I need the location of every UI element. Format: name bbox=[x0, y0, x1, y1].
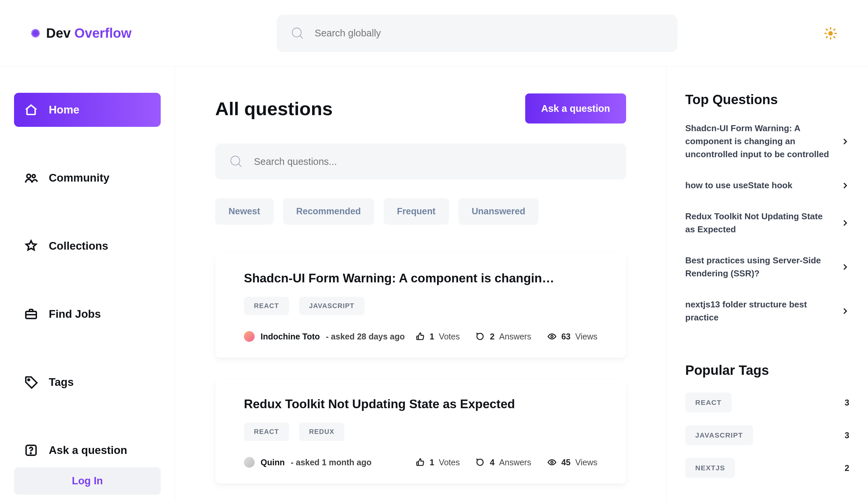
question-footer: Quinn - asked 1 month ago 1 Votes 4 Answ… bbox=[244, 457, 597, 468]
popular-tag-item[interactable]: NEXTJS2 bbox=[685, 458, 849, 478]
stat-label: Views bbox=[575, 458, 597, 467]
stat-votes: 1 Votes bbox=[416, 458, 460, 467]
top-question-item[interactable]: Redux Toolkit Not Updating State as Expe… bbox=[685, 210, 849, 236]
popular-tag-count: 2 bbox=[845, 463, 849, 473]
chat-icon bbox=[476, 458, 485, 467]
popular-tag-count: 3 bbox=[845, 398, 849, 408]
theme-toggle[interactable] bbox=[823, 25, 838, 42]
author-avatar[interactable] bbox=[244, 331, 255, 342]
stat-views: 63 Views bbox=[547, 332, 597, 341]
sidebar-item-community[interactable]: Community bbox=[14, 161, 161, 195]
popular-tag-item[interactable]: REACT3 bbox=[685, 393, 849, 412]
svg-point-12 bbox=[32, 174, 35, 178]
svg-line-8 bbox=[834, 37, 835, 38]
ask-question-button[interactable]: Ask a question bbox=[525, 93, 626, 124]
stat-number: 4 bbox=[490, 458, 494, 467]
stat-label: Votes bbox=[439, 458, 460, 467]
top-question-item[interactable]: Best practices using Server-Side Renderi… bbox=[685, 254, 849, 280]
questions-search-input[interactable] bbox=[254, 156, 613, 167]
svg-line-7 bbox=[826, 29, 827, 30]
asked-time: - asked 28 days ago bbox=[326, 332, 404, 341]
global-search-input[interactable] bbox=[315, 28, 664, 39]
stat-label: Answers bbox=[499, 458, 531, 467]
svg-point-18 bbox=[231, 156, 240, 165]
body: Home Community Collections Find Jobs Tag… bbox=[0, 67, 868, 500]
tag-icon bbox=[24, 375, 38, 389]
sidebar-item-collections[interactable]: Collections bbox=[14, 229, 161, 263]
question-tag[interactable]: REACT bbox=[244, 423, 289, 441]
author-name[interactable]: Quinn bbox=[260, 458, 285, 467]
sidebar-item-ask[interactable]: Ask a question bbox=[14, 433, 161, 467]
popular-tag-item[interactable]: JAVASCRIPT3 bbox=[685, 425, 849, 445]
question-footer: Indochine Toto - asked 28 days ago 1 Vot… bbox=[244, 331, 597, 342]
question-tag[interactable]: JAVASCRIPT bbox=[299, 297, 365, 315]
svg-line-10 bbox=[834, 29, 835, 30]
sidebar-item-label: Home bbox=[49, 103, 79, 116]
top-question-item[interactable]: Shadcn-UI Form Warning: A component is c… bbox=[685, 122, 849, 161]
svg-point-2 bbox=[828, 31, 833, 35]
stat-votes: 1 Votes bbox=[416, 332, 460, 341]
chevron-right-icon bbox=[841, 181, 849, 190]
sidebar-item-label: Ask a question bbox=[49, 444, 127, 457]
question-tag[interactable]: REACT bbox=[244, 297, 289, 315]
sidebar-item-label: Community bbox=[49, 172, 110, 184]
sidebar-item-tags[interactable]: Tags bbox=[14, 365, 161, 399]
sun-icon bbox=[824, 27, 837, 40]
question-tag[interactable]: REDUX bbox=[299, 423, 344, 441]
chevron-right-icon bbox=[841, 219, 849, 227]
filter-recommended[interactable]: Recommended bbox=[283, 198, 375, 225]
sidebar-item-label: Tags bbox=[49, 376, 74, 388]
question-tags: REACT JAVASCRIPT bbox=[244, 297, 597, 315]
top-question-item[interactable]: nextjs13 folder structure best practice bbox=[685, 298, 849, 324]
sidebar-auth: Log In Sign Up bbox=[14, 467, 161, 500]
question-card[interactable]: Shadcn-UI Form Warning: A component is c… bbox=[215, 253, 626, 358]
top-questions-list: Shadcn-UI Form Warning: A component is c… bbox=[685, 122, 849, 324]
svg-line-19 bbox=[238, 164, 242, 167]
right-sidebar: Top Questions Shadcn-UI Form Warning: A … bbox=[666, 67, 868, 500]
svg-point-17 bbox=[30, 453, 31, 454]
page-title: All questions bbox=[215, 98, 333, 120]
star-icon bbox=[24, 239, 38, 253]
brand-accent: Overflow bbox=[75, 26, 132, 41]
top-question-text: Redux Toolkit Not Updating State as Expe… bbox=[685, 210, 831, 236]
chevron-right-icon bbox=[841, 137, 849, 146]
stat-views: 45 Views bbox=[547, 458, 597, 467]
chat-icon bbox=[476, 332, 485, 341]
filter-unanswered[interactable]: Unanswered bbox=[458, 198, 539, 225]
eye-icon bbox=[547, 458, 557, 467]
filter-newest[interactable]: Newest bbox=[215, 198, 274, 225]
question-stats: 1 Votes 4 Answers 45 Views bbox=[416, 458, 597, 467]
main-header: All questions Ask a question bbox=[215, 93, 626, 124]
brand-logo[interactable]: ✺ Dev Overflow bbox=[31, 26, 132, 41]
logo-glyph-icon: ✺ bbox=[31, 27, 40, 40]
question-icon bbox=[24, 443, 38, 457]
question-list: Shadcn-UI Form Warning: A component is c… bbox=[215, 253, 626, 484]
chevron-right-icon bbox=[841, 263, 849, 271]
header: ✺ Dev Overflow bbox=[0, 0, 868, 67]
top-question-text: Shadcn-UI Form Warning: A component is c… bbox=[685, 122, 831, 161]
questions-search[interactable] bbox=[215, 144, 626, 180]
popular-tags-list: REACT3 JAVASCRIPT3 NEXTJS2 bbox=[685, 393, 849, 478]
sidebar-item-home[interactable]: Home bbox=[14, 93, 161, 127]
global-search[interactable] bbox=[277, 15, 678, 52]
stat-number: 1 bbox=[430, 458, 434, 467]
svg-point-11 bbox=[27, 174, 30, 178]
top-question-item[interactable]: how to use useState hook bbox=[685, 179, 849, 192]
stat-answers: 4 Answers bbox=[476, 458, 531, 467]
sidebar-item-jobs[interactable]: Find Jobs bbox=[14, 297, 161, 331]
question-card[interactable]: Redux Toolkit Not Updating State as Expe… bbox=[215, 379, 626, 484]
asked-time: - asked 1 month ago bbox=[291, 458, 371, 467]
stat-answers: 2 Answers bbox=[476, 332, 531, 341]
chevron-right-icon bbox=[841, 307, 849, 316]
svg-point-21 bbox=[551, 461, 553, 464]
login-button[interactable]: Log In bbox=[14, 467, 161, 495]
filter-frequent[interactable]: Frequent bbox=[383, 198, 449, 225]
main-content: All questions Ask a question Newest Reco… bbox=[175, 67, 666, 500]
top-questions-heading: Top Questions bbox=[685, 92, 849, 107]
stat-number: 2 bbox=[490, 332, 494, 341]
author-name[interactable]: Indochine Toto bbox=[260, 332, 320, 341]
sidebar: Home Community Collections Find Jobs Tag… bbox=[0, 67, 175, 500]
author-avatar[interactable] bbox=[244, 457, 255, 468]
sidebar-item-label: Collections bbox=[49, 240, 108, 252]
brand-prefix: Dev bbox=[46, 26, 70, 41]
